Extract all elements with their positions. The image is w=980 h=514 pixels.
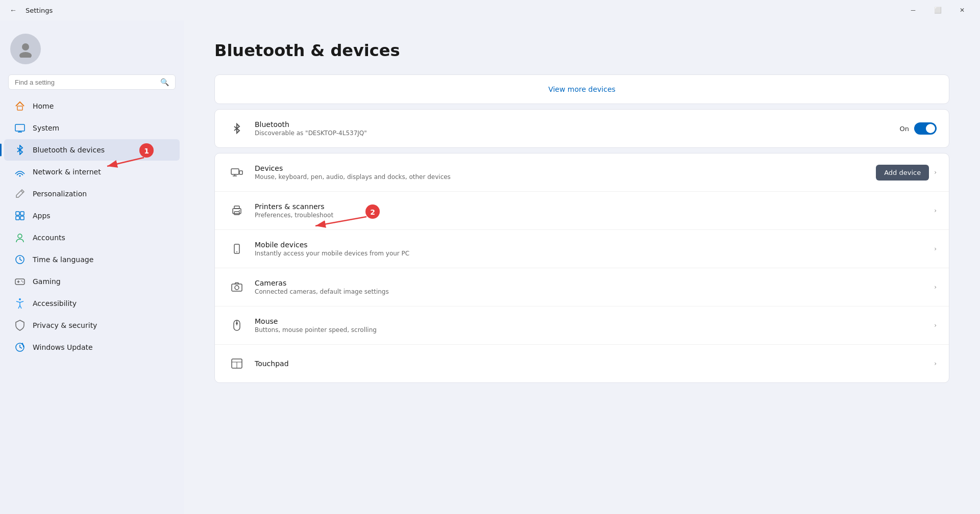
sidebar-item-label-update: Windows Update [33,343,93,351]
sidebar-item-update[interactable]: Windows Update [4,337,180,358]
sidebar-item-personalization[interactable]: Personalization [4,183,180,204]
personalization-nav-icon [14,188,26,199]
close-button[interactable]: ✕ [950,2,974,18]
cameras-text: Cameras Connected cameras, default image… [255,279,934,295]
titlebar: ← Settings ─ ⬜ ✕ [0,0,980,20]
sidebar-item-bluetooth[interactable]: Bluetooth & devices [4,139,180,161]
devices-row[interactable]: Devices Mouse, keyboard, pen, audio, dis… [215,153,949,192]
sidebar-item-network[interactable]: Network & internet [4,161,180,183]
svg-line-7 [21,191,23,193]
printers-chevron: › [934,207,937,214]
mouse-subtitle: Buttons, mouse pointer speed, scrolling [255,326,934,333]
apps-nav-icon [14,210,26,221]
printers-row[interactable]: Printers & scanners Preferences, trouble… [215,192,949,230]
bluetooth-row[interactable]: Bluetooth Discoverable as "DESKTOP-4L537… [215,110,949,147]
touchpad-title: Touchpad [255,359,934,368]
printers-right: › [934,207,937,214]
svg-rect-28 [234,212,239,215]
touchpad-icon [227,354,247,373]
titlebar-title: Settings [26,7,53,14]
touchpad-row[interactable]: Touchpad › [215,345,949,382]
devices-group-card: Devices Mouse, keyboard, pen, audio, dis… [214,153,949,383]
devices-chevron: › [934,169,937,176]
page-title: Bluetooth & devices [214,41,949,60]
time-nav-icon [14,254,26,265]
sidebar-item-gaming[interactable]: Gaming [4,271,180,292]
app-body: 🔍 HomeSystemBluetooth & devicesNetwork &… [0,20,980,514]
maximize-button[interactable]: ⬜ [926,2,949,18]
mobile-title: Mobile devices [255,241,934,249]
cameras-chevron: › [934,284,937,291]
touchpad-right: › [934,360,937,367]
svg-line-15 [20,260,22,261]
mobile-text: Mobile devices Instantly access your mob… [255,241,934,257]
devices-subtitle: Mouse, keyboard, pen, audio, displays an… [255,173,876,181]
toggle-on-label: On [900,125,909,133]
bluetooth-card: Bluetooth Discoverable as "DESKTOP-4L537… [214,109,949,148]
sidebar-item-apps[interactable]: Apps [4,205,180,226]
devices-icon [227,163,247,182]
svg-point-6 [19,175,21,177]
svg-rect-23 [231,169,239,174]
bluetooth-toggle[interactable] [914,122,937,135]
search-input[interactable] [15,79,156,86]
mobile-chevron: › [934,245,937,252]
network-nav-icon [14,166,26,177]
search-icon: 🔍 [160,78,169,86]
home-nav-icon [14,100,26,112]
system-nav-icon [14,122,26,134]
titlebar-left: ← Settings [6,3,53,17]
svg-rect-2 [17,106,22,110]
svg-point-0 [22,43,29,50]
minimize-button[interactable]: ─ [901,2,925,18]
sidebar-item-label-network: Network & internet [33,168,101,176]
bluetooth-icon [227,119,247,138]
avatar[interactable] [10,34,41,64]
cameras-row[interactable]: Cameras Connected cameras, default image… [215,268,949,306]
svg-point-34 [235,286,239,290]
bluetooth-title: Bluetooth [255,120,900,128]
mouse-chevron: › [934,322,937,329]
devices-right: Add device › [876,165,937,181]
svg-point-12 [18,234,22,238]
svg-rect-33 [232,284,242,291]
back-button[interactable]: ← [6,3,20,17]
sidebar-item-label-accessibility: Accessibility [33,299,77,307]
nav-list: HomeSystemBluetooth & devicesNetwork & i… [0,95,184,358]
sidebar-item-label-home: Home [33,102,54,110]
sidebar-item-accessibility[interactable]: Accessibility [4,293,180,314]
sidebar-item-accounts[interactable]: Accounts [4,227,180,248]
cameras-icon [227,277,247,297]
sidebar-item-label-apps: Apps [33,212,51,220]
gaming-nav-icon [14,276,26,287]
cameras-right: › [934,284,937,291]
toggle-thumb [926,124,935,133]
sidebar-item-label-personalization: Personalization [33,190,87,198]
svg-rect-29 [234,206,239,209]
add-device-button[interactable]: Add device [876,165,929,181]
sidebar-item-home[interactable]: Home [4,95,180,117]
printers-subtitle: Preferences, troubleshoot [255,212,934,219]
mobile-row[interactable]: Mobile devices Instantly access your mob… [215,230,949,268]
mobile-subtitle: Instantly access your mobile devices fro… [255,250,934,257]
accounts-nav-icon [14,232,26,243]
printers-text: Printers & scanners Preferences, trouble… [255,202,934,219]
mouse-title: Mouse [255,317,934,325]
bluetooth-subtitle: Discoverable as "DESKTOP-4L537JQ" [255,130,900,137]
mouse-icon [227,316,247,335]
accessibility-nav-icon [14,298,26,309]
main-content: Bluetooth & devices View more devices Bl… [184,20,980,514]
mouse-row[interactable]: Mouse Buttons, mouse pointer speed, scro… [215,306,949,345]
svg-point-19 [21,280,22,281]
svg-rect-3 [15,124,24,131]
sidebar-item-time[interactable]: Time & language [4,249,180,270]
svg-rect-24 [239,171,242,174]
mobile-icon [227,239,247,259]
search-box[interactable]: 🔍 [8,74,176,90]
mouse-text: Mouse Buttons, mouse pointer speed, scro… [255,317,934,333]
view-more-card[interactable]: View more devices [214,74,949,104]
sidebar-item-privacy[interactable]: Privacy & security [4,315,180,336]
sidebar-item-system[interactable]: System [4,117,180,139]
sidebar-item-label-accounts: Accounts [33,234,65,242]
titlebar-controls: ─ ⬜ ✕ [901,2,974,18]
